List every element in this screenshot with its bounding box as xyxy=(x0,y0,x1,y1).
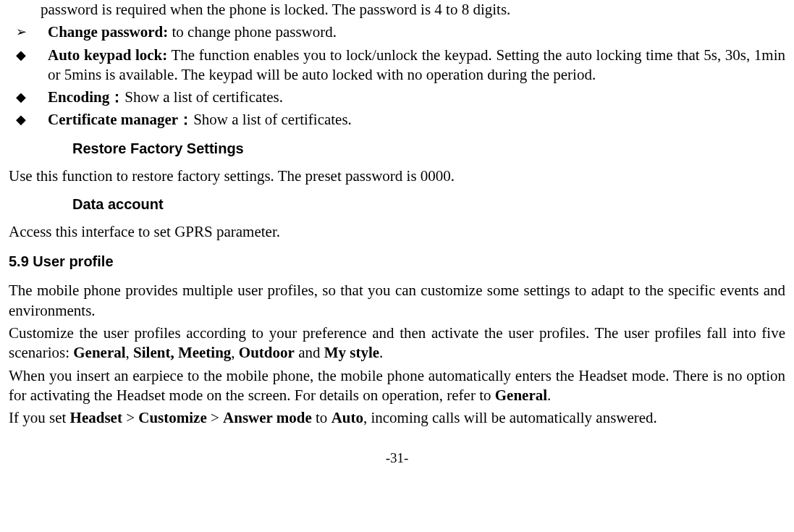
text-segment: When you insert an earpiece to the mobil… xyxy=(9,367,785,404)
paragraph-data-account: Access this interface to set GPRS parame… xyxy=(9,222,785,242)
document-page: password is required when the phone is l… xyxy=(9,0,785,468)
bullet-label: Auto keypad lock: xyxy=(48,46,167,64)
paragraph-user-profile-intro: The mobile phone provides multiple user … xyxy=(9,281,785,321)
bullet-diamond-icon: ◆ xyxy=(9,46,48,64)
bullet-text: Encoding：Show a list of certificates. xyxy=(48,88,785,107)
text-segment: , xyxy=(126,344,134,361)
text-segment: . xyxy=(547,387,551,404)
bullet-item-auto-keypad-lock: ◆ Auto keypad lock: The function enables… xyxy=(9,46,785,85)
paragraph-headset-auto-answer: If you set Headset > Customize > Answer … xyxy=(9,408,785,428)
bullet-label: Encoding： xyxy=(48,88,124,106)
bullet-diamond-icon: ◆ xyxy=(9,88,48,106)
section-heading-user-profile: 5.9 User profile xyxy=(9,252,785,271)
bullet-text: Certificate manager：Show a list of certi… xyxy=(48,110,785,130)
heading-data-account: Data account xyxy=(72,195,785,214)
bullet-label: Certificate manager： xyxy=(48,111,193,128)
paragraph-restore-factory: Use this function to restore factory set… xyxy=(9,166,785,186)
bullet-body: Show a list of certificates. xyxy=(193,111,352,128)
text-segment: and xyxy=(295,344,324,361)
menu-path-headset: Headset xyxy=(70,409,122,426)
text-segment: > xyxy=(207,409,223,426)
menu-path-auto: Auto xyxy=(331,409,363,426)
bullet-label: Change password: xyxy=(48,23,168,41)
bullet-diamond-icon: ◆ xyxy=(9,110,48,128)
reference-general: General xyxy=(495,387,547,404)
paragraph-headset-mode: When you insert an earpiece to the mobil… xyxy=(9,366,785,406)
heading-restore-factory-settings: Restore Factory Settings xyxy=(72,139,785,158)
text-segment: , xyxy=(231,344,239,361)
bullet-item-certificate-manager: ◆ Certificate manager：Show a list of cer… xyxy=(9,110,785,130)
profile-general: General xyxy=(73,344,125,361)
bullet-body: Show a list of certificates. xyxy=(124,88,283,106)
profile-silent-meeting: Silent, Meeting xyxy=(133,344,231,361)
text-segment: to xyxy=(312,409,331,426)
text-segment: . xyxy=(379,344,383,361)
bullet-item-encoding: ◆ Encoding：Show a list of certificates. xyxy=(9,88,785,107)
bullet-text: Change password: to change phone passwor… xyxy=(48,22,785,42)
text-segment: , incoming calls will be automatically a… xyxy=(363,409,657,426)
bullet-text: Auto keypad lock: The function enables y… xyxy=(48,46,785,85)
bullet-body: to change phone password. xyxy=(168,23,337,41)
page-number: -31- xyxy=(9,449,785,468)
profile-my-style: My style xyxy=(324,344,379,361)
profile-outdoor: Outdoor xyxy=(239,344,295,361)
text-segment: > xyxy=(122,409,138,426)
bullet-item-change-password: ➢ Change password: to change phone passw… xyxy=(9,22,785,42)
menu-path-customize: Customize xyxy=(138,409,206,426)
paragraph-user-profile-scenarios: Customize the user profiles according to… xyxy=(9,324,785,363)
text-segment: If you set xyxy=(9,409,70,426)
bullet-chevron-icon: ➢ xyxy=(9,22,48,41)
continuation-text: password is required when the phone is l… xyxy=(41,0,785,20)
menu-path-answer-mode: Answer mode xyxy=(223,409,312,426)
